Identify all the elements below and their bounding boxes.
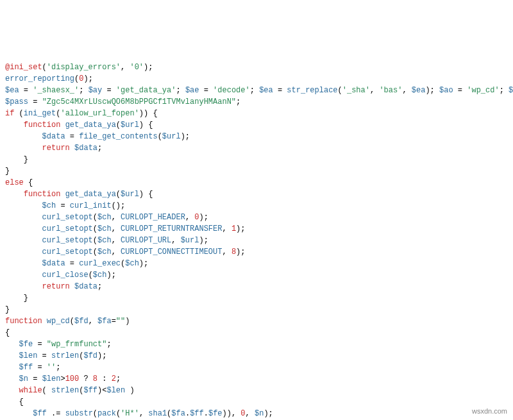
watermark: wsxdn.com <box>470 405 509 417</box>
fn: @ini_set <box>5 63 42 72</box>
code-block: @ini_set('display_errors', '0'); error_r… <box>5 50 508 420</box>
